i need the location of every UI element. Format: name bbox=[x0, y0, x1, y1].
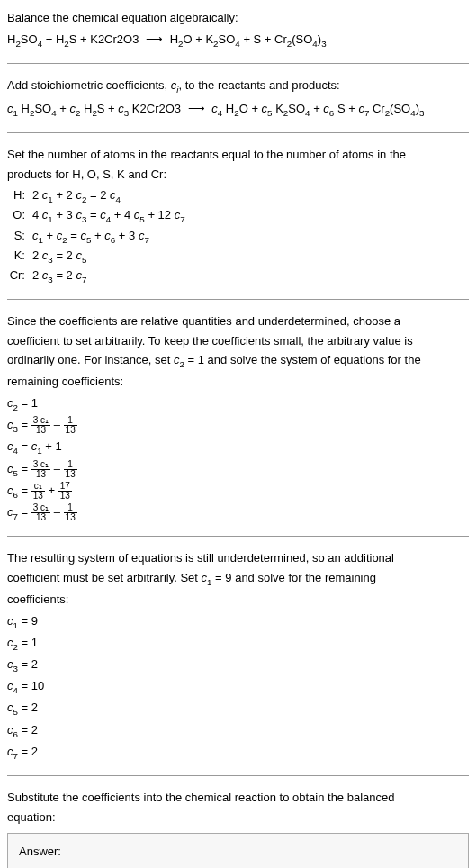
divider bbox=[7, 132, 469, 133]
atom-label: K: bbox=[7, 247, 32, 267]
step4-text-2: coefficient to set arbitrarily. To keep … bbox=[7, 332, 469, 350]
atom-eq: 2 c1 + 2 c2 = 2 c4 bbox=[32, 186, 121, 206]
atom-label: O: bbox=[7, 206, 32, 226]
step4-text-4: remaining coefficients: bbox=[7, 373, 469, 391]
coeff-c7: c7 = 3 c₁13 – 113 bbox=[7, 503, 469, 523]
atom-eq: c1 + c2 = c5 + c6 + 3 c7 bbox=[32, 227, 149, 247]
eq-rhs: H2O + K2SO4 + S + Cr2(SO4)3 bbox=[170, 32, 327, 46]
coeff-list-fractions: c2 = 1 c3 = 3 c₁13 – 113 c4 = c1 + 1 c5 … bbox=[7, 394, 469, 523]
atom-label: Cr: bbox=[7, 267, 32, 286]
atom-table: H: 2 c1 + 2 c2 = 2 c4 O: 4 c1 + 3 c3 = c… bbox=[7, 186, 469, 286]
coeff-c3: c3 = 3 c₁13 – 113 bbox=[7, 416, 469, 436]
step3-section: Set the number of atoms in the reactants… bbox=[7, 146, 469, 286]
step2-text: Add stoichiometric coefficients, ci, to … bbox=[7, 77, 469, 96]
answer-title: Answer: bbox=[19, 843, 457, 861]
atom-eq: 2 c3 = 2 c5 bbox=[32, 247, 86, 267]
coeff-c7: c7 = 2 bbox=[7, 743, 469, 763]
intro-section: Balance the chemical equation algebraica… bbox=[7, 9, 469, 50]
step4-text-3: ordinarily one. For instance, set c2 = 1… bbox=[7, 351, 469, 371]
answer-box: Answer: 9 H2SO4 + H2S + 2 K2Cr2O3 ⟶ 10 H… bbox=[7, 833, 469, 868]
step6-text-2: equation: bbox=[7, 809, 469, 827]
coeff-c4: c4 = c1 + 1 bbox=[7, 438, 469, 457]
step2-section: Add stoichiometric coefficients, ci, to … bbox=[7, 77, 469, 120]
step3-text-1: Set the number of atoms in the reactants… bbox=[7, 146, 469, 164]
coeff-c3: c3 = 2 bbox=[7, 656, 469, 675]
coeff-list-final: c1 = 9 c2 = 1 c3 = 2 c4 = 10 c5 = 2 c6 =… bbox=[7, 612, 469, 764]
atom-label: S: bbox=[7, 227, 32, 247]
atom-label: H: bbox=[7, 186, 32, 206]
coeff-c4: c4 = 10 bbox=[7, 677, 469, 697]
step6-text-1: Substitute the coefficients into the che… bbox=[7, 789, 469, 807]
intro-text: Balance the chemical equation algebraica… bbox=[7, 9, 469, 27]
step5-text-1: The resulting system of equations is sti… bbox=[7, 549, 469, 567]
divider bbox=[7, 775, 469, 776]
step4-section: Since the coefficients are relative quan… bbox=[7, 312, 469, 523]
coeff-c5: c5 = 3 c₁13 – 113 bbox=[7, 460, 469, 480]
coeff-c6: c6 = 2 bbox=[7, 721, 469, 741]
intro-equation: H2SO4 + H2S + K2Cr2O3 ⟶ H2O + K2SO4 + S … bbox=[7, 31, 469, 50]
arrow-icon: ⟶ bbox=[146, 32, 163, 46]
coeff-c5: c5 = 2 bbox=[7, 699, 469, 719]
step6-section: Substitute the coefficients into the che… bbox=[7, 789, 469, 868]
atom-row-o: O: 4 c1 + 3 c3 = c4 + 4 c5 + 12 c7 bbox=[7, 206, 469, 226]
step5-text-2: coefficient must be set arbitrarily. Set… bbox=[7, 569, 469, 589]
atom-row-h: H: 2 c1 + 2 c2 = 2 c4 bbox=[7, 186, 469, 206]
divider bbox=[7, 63, 469, 64]
atom-eq: 2 c3 = 2 c7 bbox=[32, 267, 86, 286]
coeff-c6: c6 = c₁13 + 1713 bbox=[7, 482, 469, 502]
atom-eq: 4 c1 + 3 c3 = c4 + 4 c5 + 12 c7 bbox=[32, 206, 185, 226]
divider bbox=[7, 299, 469, 300]
step5-text-3: coefficients: bbox=[7, 591, 469, 609]
step4-text-1: Since the coefficients are relative quan… bbox=[7, 312, 469, 330]
divider bbox=[7, 536, 469, 537]
step2-equation: c1 H2SO4 + c2 H2S + c3 K2Cr2O3 ⟶ c4 H2O … bbox=[7, 100, 469, 120]
atom-row-k: K: 2 c3 = 2 c5 bbox=[7, 247, 469, 267]
atom-row-cr: Cr: 2 c3 = 2 c7 bbox=[7, 267, 469, 286]
coeff-c2: c2 = 1 bbox=[7, 394, 469, 414]
eq-lhs: H2SO4 + H2S + K2Cr2O3 bbox=[7, 32, 139, 46]
coeff-c2: c2 = 1 bbox=[7, 634, 469, 654]
step3-text-2: products for H, O, S, K and Cr: bbox=[7, 166, 469, 184]
step5-section: The resulting system of equations is sti… bbox=[7, 549, 469, 763]
arrow-icon: ⟶ bbox=[188, 102, 205, 115]
atom-row-s: S: c1 + c2 = c5 + c6 + 3 c7 bbox=[7, 227, 469, 247]
coeff-c1: c1 = 9 bbox=[7, 612, 469, 632]
